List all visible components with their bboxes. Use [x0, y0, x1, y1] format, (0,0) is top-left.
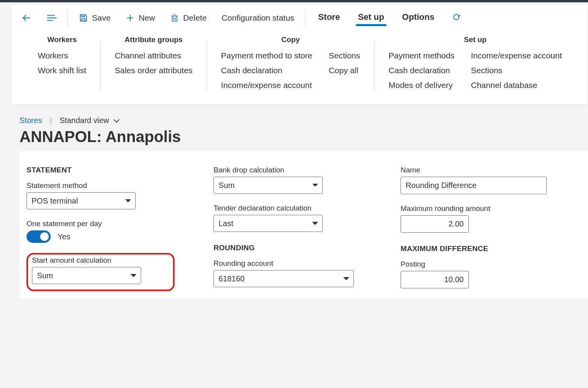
form-column-middle: Bank drop calculation Sum Tender declara… — [214, 166, 362, 298]
name-label: Name — [401, 166, 549, 174]
field-one-per-day: One statement per day Yes — [26, 219, 175, 243]
start-amount-label: Start amount calculation — [32, 256, 168, 265]
field-statement-method: Statement method POS terminal — [26, 181, 175, 209]
ribbon-link-cash-declaration[interactable]: Cash declaration — [388, 66, 454, 75]
bank-drop-label: Bank drop calculation — [214, 166, 362, 174]
breadcrumb-separator: | — [50, 116, 52, 125]
ribbon-group-title: Attribute groups — [115, 35, 192, 44]
start-amount-select[interactable]: Sum — [32, 267, 141, 284]
name-input — [401, 177, 547, 194]
config-status-button[interactable]: Configuration status — [215, 9, 301, 26]
ribbon-group-workers: Workers Workers Work shift list — [27, 35, 97, 90]
save-icon — [79, 13, 88, 23]
lines-button[interactable] — [40, 10, 63, 26]
tender-decl-select[interactable]: Last — [214, 215, 323, 232]
one-per-day-label: One statement per day — [26, 219, 175, 228]
statement-method-label: Statement method — [26, 181, 175, 190]
ribbon-group-setup: Set up Payment methods Cash declaration … — [378, 35, 573, 90]
tab-setup[interactable]: Set up — [350, 7, 392, 28]
ribbon-group-title: Set up — [388, 35, 562, 44]
command-bar: Save New Delete — [11, 4, 588, 28]
view-picker[interactable]: Standard view — [60, 116, 120, 125]
svg-rect-7 — [172, 16, 177, 21]
statement-method-select[interactable]: POS terminal — [26, 192, 136, 209]
tab-options[interactable]: Options — [394, 7, 442, 28]
rounding-heading: ROUNDING — [214, 244, 362, 252]
ribbon-separator — [207, 42, 207, 90]
ribbon-group-title: Workers — [38, 35, 86, 44]
view-label: Standard view — [60, 116, 109, 125]
field-max-rounding: Maximum rounding amount — [401, 204, 549, 233]
max-diff-heading: MAXIMUM DIFFERENCE — [401, 244, 549, 253]
one-per-day-toggle[interactable] — [26, 230, 51, 243]
tab-label: Store — [318, 12, 340, 22]
plus-icon — [125, 13, 135, 23]
ribbon-group-copy: Copy Payment method to store Cash declar… — [210, 35, 371, 90]
search-button[interactable] — [445, 9, 470, 26]
chevron-down-icon — [113, 118, 120, 123]
action-pane: Save New Delete — [11, 4, 588, 105]
max-round-input[interactable] — [401, 215, 469, 233]
ribbon-separator — [100, 42, 101, 90]
breadcrumb: Stores | Standard view — [19, 116, 588, 125]
breadcrumb-stores[interactable]: Stores — [19, 116, 42, 125]
ribbon-link-work-shift-list[interactable]: Work shift list — [38, 66, 86, 75]
search-icon — [452, 13, 462, 23]
ribbon-link-workers[interactable]: Workers — [38, 51, 86, 60]
new-label: New — [139, 13, 155, 23]
tab-store[interactable]: Store — [310, 7, 348, 28]
page-header: Stores | Standard view ANNAPOL: Annapoli… — [0, 105, 588, 150]
ribbon-link-channel-attributes[interactable]: Channel attributes — [115, 51, 192, 60]
posting-label: Posting — [401, 260, 549, 269]
rounding-acct-select[interactable]: 618160 — [214, 270, 354, 287]
back-arrow-icon — [21, 13, 32, 23]
ribbon: Workers Workers Work shift list Attribut… — [11, 28, 588, 105]
page-title: ANNAPOL: Annapolis — [19, 128, 588, 146]
field-rounding-account: Rounding account 618160 — [214, 259, 362, 287]
ribbon-link-sections[interactable]: Sections — [471, 66, 562, 75]
field-start-amount: Start amount calculation Sum — [32, 256, 168, 284]
bank-drop-select[interactable]: Sum — [214, 177, 323, 194]
new-button[interactable]: New — [119, 9, 161, 26]
form-column-right: Name Maximum rounding amount MAXIMUM DIF… — [401, 166, 549, 298]
ribbon-group-attribute-groups: Attribute groups Channel attributes Sale… — [104, 35, 203, 90]
save-label: Save — [92, 13, 111, 23]
ribbon-link-income-expense-copy[interactable]: Income/expense account — [221, 81, 313, 90]
tender-decl-label: Tender declaration calculation — [214, 204, 362, 212]
field-tender-declaration: Tender declaration calculation Last — [214, 204, 362, 232]
ribbon-link-payment-method-to-store[interactable]: Payment method to store — [221, 51, 313, 60]
ribbon-separator — [374, 42, 374, 90]
field-posting: Posting — [401, 260, 549, 288]
ribbon-link-cash-declaration-copy[interactable]: Cash declaration — [221, 66, 313, 75]
form-panel: STATEMENT Statement method POS terminal … — [19, 151, 588, 298]
max-round-label: Maximum rounding amount — [401, 204, 549, 213]
ribbon-link-sales-order-attributes[interactable]: Sales order attributes — [115, 66, 192, 75]
divider — [305, 10, 305, 26]
one-per-day-value: Yes — [58, 232, 71, 241]
lines-icon — [46, 14, 57, 22]
highlight-start-amount: Start amount calculation Sum — [26, 253, 175, 291]
ribbon-link-channel-database[interactable]: Channel database — [471, 81, 562, 90]
delete-button[interactable]: Delete — [164, 9, 213, 26]
form-column-statement: STATEMENT Statement method POS terminal … — [26, 166, 175, 298]
ribbon-group-title: Copy — [221, 35, 360, 44]
back-button[interactable] — [15, 9, 38, 27]
statement-heading: STATEMENT — [26, 166, 175, 174]
top-bar — [0, 0, 588, 2]
tab-label: Set up — [358, 12, 384, 22]
posting-input[interactable] — [401, 271, 469, 288]
rounding-acct-label: Rounding account — [214, 259, 362, 268]
config-status-label: Configuration status — [222, 13, 295, 23]
ribbon-link-modes-of-delivery[interactable]: Modes of delivery — [388, 81, 454, 90]
divider — [67, 10, 68, 26]
ribbon-link-income-expense-account[interactable]: Income/expense account — [471, 51, 562, 60]
ribbon-link-sections-copy[interactable]: Sections — [329, 51, 360, 60]
tab-label: Options — [402, 12, 434, 22]
field-name: Name — [401, 166, 549, 194]
field-bank-drop: Bank drop calculation Sum — [214, 166, 362, 194]
svg-point-12 — [454, 14, 459, 20]
ribbon-link-payment-methods[interactable]: Payment methods — [388, 51, 454, 60]
ribbon-link-copy-all[interactable]: Copy all — [329, 66, 360, 75]
save-button[interactable]: Save — [72, 9, 117, 26]
svg-rect-4 — [82, 19, 85, 21]
